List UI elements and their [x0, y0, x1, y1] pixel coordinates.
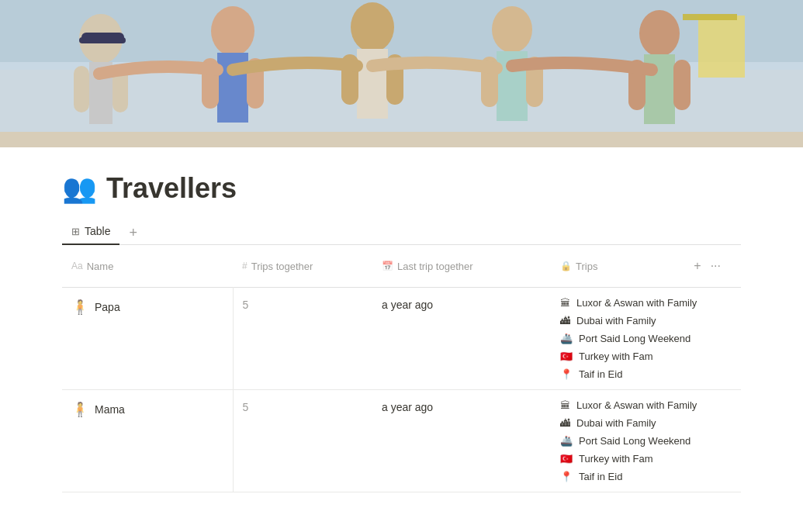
table-header-row: Aa Name # Trips together 📅 Last t [62, 245, 741, 288]
list-item[interactable]: 🚢 Port Said Long Weekend [560, 330, 732, 347]
papa-trips-together-cell: 5 [233, 288, 372, 390]
mama-last-trip-date: a year ago [382, 390, 542, 413]
table-icon: ⊞ [71, 226, 80, 237]
port-said-icon: 🚢 [560, 333, 573, 344]
luxor-label: Luxor & Aswan with Family [576, 297, 697, 309]
mama-trips-count: 5 [243, 390, 364, 413]
list-item[interactable]: 🏛 Luxor & Aswan with Family [560, 396, 732, 414]
list-item[interactable]: 🏙 Dubai with Family [560, 414, 732, 432]
papa-name-cell[interactable]: 🧍 Papa [62, 288, 233, 390]
taif-icon: 📍 [560, 368, 573, 380]
port-said-icon-2: 🚢 [560, 435, 573, 447]
tab-table-label: Table [85, 225, 110, 237]
page-content: 👥 Travellers ⊞ Table + Aa Name [0, 147, 803, 517]
luxor-label-2: Luxor & Aswan with Family [576, 399, 697, 411]
svg-rect-27 [0, 132, 803, 147]
last-trip-col-label: Last trip together [397, 261, 473, 272]
dubai-icon-2: 🏙 [560, 417, 570, 429]
mama-avatar: 🧍 [71, 401, 88, 418]
svg-rect-7 [74, 66, 89, 112]
papa-last-trip-date: a year ago [382, 288, 542, 311]
turkey-label: Turkey with Fam [579, 351, 653, 362]
svg-point-17 [492, 6, 532, 53]
list-item[interactable]: 🚢 Port Said Long Weekend [560, 432, 732, 450]
luxor-icon-2: 🏛 [560, 399, 570, 411]
port-said-label-2: Port Said Long Weekend [579, 435, 691, 447]
papa-trips-count: 5 [243, 288, 364, 311]
list-item[interactable]: 📍 Taif in Eid [560, 468, 732, 485]
col-actions: + ··· [683, 251, 732, 281]
add-col-button[interactable]: + [692, 257, 702, 275]
list-item[interactable]: 🏛 Luxor & Aswan with Family [560, 294, 732, 312]
tab-table[interactable]: ⊞ Table [62, 220, 119, 245]
svg-rect-25 [698, 16, 745, 78]
dubai-label: Dubai with Family [576, 315, 656, 326]
port-said-label: Port Said Long Weekend [579, 333, 691, 344]
col-options-button[interactable]: ··· [709, 257, 722, 275]
add-view-button[interactable]: + [123, 223, 144, 243]
papa-avatar: 🧍 [71, 299, 88, 316]
mama-name-cell[interactable]: 🧍 Mama [62, 390, 233, 492]
svg-point-13 [351, 2, 394, 52]
mama-trips-together-cell: 5 [233, 390, 372, 492]
mama-name: Mama [95, 403, 125, 416]
svg-rect-24 [673, 60, 691, 110]
tabs-row: ⊞ Table + [62, 220, 741, 245]
col-header-trips: 🔒 Trips + ··· [551, 245, 741, 288]
turkey-icon: 🇹🇷 [560, 351, 573, 362]
table-row: 🧍 Papa 5 a year ago 🏛 [62, 288, 741, 390]
papa-last-trip-cell: a year ago [372, 288, 551, 390]
hero-image [0, 0, 803, 147]
list-item[interactable]: 🇹🇷 Turkey with Fam [560, 347, 732, 365]
list-item[interactable]: 📍 Taif in Eid [560, 365, 732, 383]
trips-col-icon: 🔒 [560, 261, 572, 271]
name-col-label: Name [87, 261, 114, 272]
trips-together-col-label: Trips together [251, 261, 313, 272]
last-trip-col-icon: 📅 [382, 261, 393, 271]
list-item[interactable]: 🏙 Dubai with Family [560, 312, 732, 330]
trips-col-label: Trips [576, 261, 597, 272]
mama-trips-cell: 🏛 Luxor & Aswan with Family 🏙 Dubai with… [551, 390, 741, 492]
svg-rect-26 [683, 14, 737, 20]
taif-label-2: Taif in Eid [579, 471, 622, 482]
taif-label: Taif in Eid [579, 368, 622, 380]
papa-name: Papa [95, 301, 120, 313]
table-row: 🧍 Mama 5 a year ago 🏛 [62, 390, 741, 492]
dubai-label-2: Dubai with Family [576, 417, 656, 429]
dubai-icon: 🏙 [560, 315, 570, 326]
col-header-trips-together: # Trips together [233, 245, 372, 288]
mama-last-trip-cell: a year ago [372, 390, 551, 492]
col-header-name: Aa Name [62, 245, 233, 288]
travellers-table: Aa Name # Trips together 📅 Last t [62, 245, 741, 492]
list-item[interactable]: 🇹🇷 Turkey with Fam [560, 450, 732, 468]
svg-point-9 [211, 6, 254, 56]
taif-icon-2: 📍 [560, 471, 573, 482]
page-icon: 👥 [62, 172, 97, 205]
svg-rect-5 [79, 37, 126, 43]
svg-point-21 [639, 10, 680, 57]
luxor-icon: 🏛 [560, 297, 570, 309]
trips-together-col-icon: # [242, 261, 247, 271]
turkey-icon-2: 🇹🇷 [560, 453, 573, 465]
name-col-icon: Aa [71, 261, 83, 271]
hero-banner [0, 0, 803, 147]
papa-trips-cell: 🏛 Luxor & Aswan with Family 🏙 Dubai with… [551, 288, 741, 390]
turkey-label-2: Turkey with Fam [579, 453, 653, 465]
col-header-last-trip: 📅 Last trip together [372, 245, 551, 288]
page-header: 👥 Travellers [62, 172, 741, 205]
page-title: Travellers [106, 172, 237, 205]
table-container: Aa Name # Trips together 📅 Last t [62, 245, 741, 492]
